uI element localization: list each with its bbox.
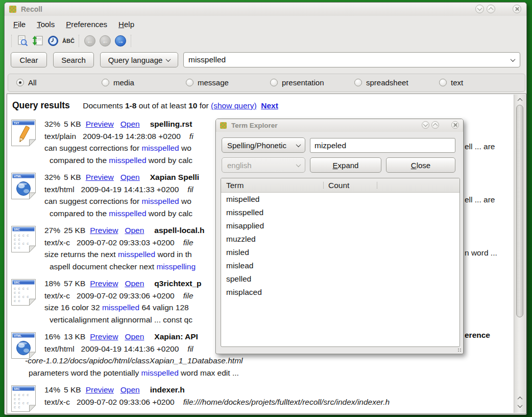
term-row[interactable]: misled — [221, 246, 460, 259]
abstract-line: can suggest corrections for misspelled w… — [44, 142, 194, 154]
scroll-up-icon — [517, 98, 522, 103]
result-meta: text/html2009-04-19 14:41:36 +0200fil — [44, 343, 243, 355]
spellcheck-abc-icon: ÅBĈ — [62, 38, 75, 44]
result-text-fragment: ell ... are — [465, 142, 495, 151]
chevron-down-icon — [511, 57, 516, 62]
history-clock-icon — [47, 35, 59, 47]
term-row[interactable]: muzzled — [221, 233, 460, 246]
filter-radio-message[interactable]: message — [186, 78, 229, 87]
show-query-link[interactable]: (show query) — [211, 101, 257, 110]
result-title: q3richtext_p — [154, 279, 201, 288]
term-input[interactable]: mizpeled — [310, 138, 455, 153]
filter-radio-presentation[interactable]: presentation — [270, 78, 324, 87]
first-page-button[interactable]: ← — [82, 33, 98, 49]
term-row[interactable]: mislead — [221, 259, 460, 272]
preview-link[interactable]: Preview — [86, 385, 114, 394]
open-link[interactable]: Open — [125, 226, 144, 235]
filter-radio-spreadsheet[interactable]: spreadsheet — [354, 78, 408, 87]
filter-radio-all[interactable]: All — [16, 78, 37, 87]
minimize-button[interactable] — [475, 5, 484, 13]
scroll-up-button[interactable] — [517, 97, 523, 103]
column-header-term[interactable]: Term — [226, 178, 244, 192]
radio-label: spreadsheet — [366, 78, 408, 87]
term-row[interactable]: spelled — [221, 272, 460, 286]
term-row[interactable]: mispelled — [221, 193, 460, 206]
prev-page-button[interactable]: ← — [98, 33, 113, 49]
mime-type: text/html — [44, 185, 75, 194]
term-row[interactable]: misspelled — [221, 206, 460, 219]
main-titlebar[interactable]: Recoll — [5, 3, 526, 16]
document-preview-button[interactable] — [15, 33, 30, 49]
preview-link[interactable]: Preview — [86, 173, 114, 181]
match-term: misspelled — [118, 250, 155, 259]
svg-text:c c c c: c c c c — [14, 287, 29, 291]
clear-button[interactable]: Clear — [11, 52, 47, 67]
column-separator[interactable] — [323, 182, 324, 189]
open-link[interactable]: Open — [125, 279, 144, 288]
src-file-icon: SRCc c c c c cc c c cc c — [10, 225, 37, 253]
column-header-count[interactable]: Count — [328, 178, 349, 192]
src-file-icon: SRCc c c c c cc c c cc c — [10, 278, 37, 307]
resize-grip-icon[interactable] — [457, 348, 462, 352]
dialog-close-action-button[interactable]: Close — [386, 157, 455, 173]
result-meta: text/x-c2009-07-02 09:33:06 +0200file://… — [44, 396, 390, 408]
query-mode-combobox[interactable]: Query language — [100, 52, 178, 67]
maximize-button[interactable] — [487, 5, 495, 13]
dialog-maximize-button[interactable] — [431, 121, 439, 129]
dialog-minimize-button[interactable] — [422, 121, 429, 129]
expansion-mode-combobox[interactable]: Spelling/Phonetic — [222, 137, 305, 153]
scroll-down-icon — [517, 403, 522, 408]
close-button[interactable] — [513, 5, 521, 13]
preview-link[interactable]: Preview — [90, 332, 118, 341]
dialog-close-button[interactable] — [451, 121, 459, 129]
preview-link[interactable]: Preview — [90, 279, 118, 288]
term-explorer-button[interactable]: ÅBĈ — [61, 33, 76, 49]
open-link[interactable]: Open — [125, 332, 144, 341]
svg-text:SRC: SRC — [14, 281, 20, 284]
abstract-text: compared to the — [50, 209, 109, 218]
toolbar: ÅBĈ ← ← → — [9, 32, 134, 50]
dialog-title: Term Explorer — [231, 122, 278, 129]
menu-item-tools[interactable]: Tools — [31, 18, 60, 30]
open-link[interactable]: Open — [120, 385, 140, 394]
file-size: 25 KB — [64, 226, 85, 235]
scroll-up-button-2[interactable] — [517, 395, 523, 401]
search-entry-combobox[interactable]: misspelled — [183, 52, 520, 67]
expand-button[interactable]: Expand — [310, 157, 381, 173]
result-text-fragment: erence — [465, 331, 490, 340]
term-row[interactable]: misplaced — [221, 286, 460, 299]
history-button[interactable] — [45, 33, 61, 49]
next-page-link[interactable]: Next — [261, 101, 278, 110]
preview-link[interactable]: Preview — [86, 120, 114, 128]
abstract-line: size returns the next misspelled word in… — [44, 248, 205, 261]
filter-radio-text[interactable]: text — [439, 78, 463, 87]
scroll-down-button[interactable] — [517, 403, 523, 409]
preview-link[interactable]: Preview — [90, 226, 118, 235]
column-separator[interactable] — [377, 182, 377, 189]
recoll-main-window: Recoll FileToolsPreferencesHelp — [4, 2, 527, 415]
window-title: Recoll — [21, 5, 42, 13]
term-cell: misled — [226, 248, 249, 257]
result-text-fragment: n word ... — [465, 248, 497, 258]
term-table-body: mispelledmisspelledmisappliedmuzzledmisl… — [221, 193, 460, 299]
result-meta: text/x-c2009-07-02 09:33:06 +0200file — [44, 290, 202, 302]
radio-label: presentation — [282, 78, 324, 87]
sort-order-button[interactable] — [30, 33, 45, 49]
term-explorer-dialog: Term Explorer Spelling/Phonetic mizpeled… — [215, 119, 464, 354]
filter-radio-media[interactable]: media — [102, 78, 134, 87]
file-size: 13 KB — [64, 332, 85, 341]
dialog-titlebar[interactable]: Term Explorer — [216, 119, 463, 132]
next-page-button[interactable]: → — [113, 33, 128, 49]
open-link[interactable]: Open — [120, 120, 140, 128]
results-scrollbar[interactable] — [514, 95, 525, 413]
results-header: Query results Documents 1-8 out of at le… — [12, 100, 278, 111]
term-row[interactable]: misapplied — [221, 219, 460, 233]
search-button[interactable]: Search — [53, 52, 94, 67]
open-link[interactable]: Open — [120, 173, 140, 181]
menu-item-help[interactable]: Help — [113, 18, 140, 30]
scrollbar-thumb[interactable] — [516, 105, 523, 317]
toolbar-separator — [131, 35, 132, 47]
menu-item-file[interactable]: File — [8, 18, 31, 30]
menu-item-preferences[interactable]: Preferences — [60, 18, 113, 30]
result-title: spelling.rst — [150, 120, 192, 128]
